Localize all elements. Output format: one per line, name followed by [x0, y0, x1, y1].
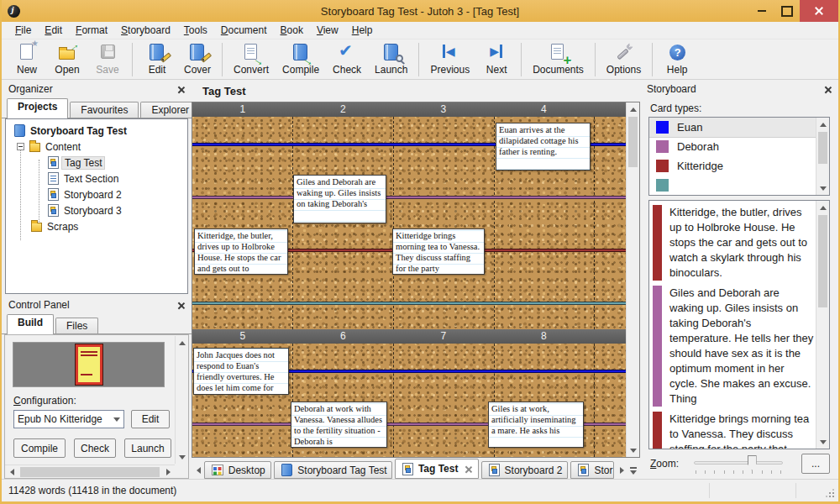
story-card[interactable]: Kitteridge, the butler, drives up to Hol… — [194, 228, 288, 275]
scrollbar-thumb[interactable] — [818, 132, 827, 164]
tree-item-storyboard-2[interactable]: Storyboard 2 — [6, 186, 187, 202]
convert-button[interactable]: Convert — [227, 40, 276, 79]
tab-storyboard-2[interactable]: Storyboard 2 — [481, 461, 569, 479]
zoom-slider[interactable] — [694, 454, 783, 475]
menu-file[interactable]: File — [8, 23, 38, 38]
close-panel-icon[interactable] — [177, 86, 185, 93]
scrollbar-thumb[interactable] — [818, 215, 827, 307]
vertical-scrollbar[interactable] — [175, 336, 188, 464]
story-card[interactable]: Giles and Deborah are waking up. Giles i… — [293, 175, 386, 223]
main-toolbar: New Open Save Edit Cover Convert Compile — [2, 39, 838, 80]
tree-item-root[interactable]: Storyboard Tag Test — [6, 123, 187, 139]
menu-bar: File Edit Format Storyboard Tools Docume… — [2, 22, 838, 39]
save-button[interactable]: Save — [87, 40, 128, 79]
tab-storyboard-3-clipped[interactable]: Stor — [570, 461, 613, 479]
tab-list-dropdown[interactable] — [627, 462, 640, 479]
cover-book-icon — [186, 42, 209, 63]
options-button[interactable]: Options — [600, 40, 648, 79]
vertical-scrollbar[interactable] — [816, 201, 829, 449]
compile-button[interactable]: Compile — [276, 40, 326, 79]
chevron-down-icon — [113, 417, 120, 422]
compile-button[interactable]: Compile — [13, 438, 66, 458]
storyboard-view: 1 2 3 4 5 6 — [192, 102, 640, 458]
card-color-stripe — [653, 286, 662, 407]
tree-item-scraps[interactable]: Scraps — [6, 218, 187, 234]
column-divider — [393, 344, 394, 457]
help-button[interactable]: ? Help — [657, 40, 697, 79]
card-type-euan[interactable]: Euan — [649, 118, 816, 137]
close-tab-icon[interactable] — [465, 465, 470, 473]
card-kitteridge-tea[interactable]: Kitteridge brings morning tea to Vanessa… — [653, 412, 814, 449]
launch-button[interactable]: Launch — [124, 438, 171, 458]
storyboard-panel-header: Storyboard — [640, 80, 838, 98]
tab-desktop[interactable]: Desktop — [204, 461, 272, 479]
slider-thumb[interactable] — [748, 455, 757, 470]
folder-icon — [29, 143, 40, 152]
story-card[interactable]: John Jacques does not respond to Euan's … — [193, 348, 289, 395]
tabs-scroll-left[interactable] — [193, 462, 204, 479]
tree-item-tag-test[interactable]: Tag Test — [6, 155, 187, 171]
tab-storyboard-tag-test[interactable]: Storyboard Tag Test — [274, 461, 392, 479]
card-type-kitteridge[interactable]: Kitteridge — [649, 156, 816, 176]
slider-track[interactable] — [694, 461, 783, 465]
organizer-header: Organizer — [2, 80, 192, 98]
card-giles-deborah[interactable]: Giles and Deborah are waking up. Giles i… — [653, 286, 814, 407]
scrollbar-thumb[interactable] — [20, 467, 160, 477]
configuration-select[interactable]: Epub No Kitteridge — [13, 410, 124, 428]
menu-view[interactable]: View — [310, 23, 345, 38]
previous-button[interactable]: ◀ Previous — [423, 40, 476, 79]
word-count-status: 11428 words (11418 in the document) — [8, 485, 176, 496]
close-button[interactable] — [800, 0, 838, 22]
open-button[interactable]: Open — [47, 40, 87, 79]
close-panel-icon[interactable] — [824, 86, 832, 93]
storyboard-canvas[interactable]: 1 2 3 4 5 6 — [192, 102, 626, 457]
next-button[interactable]: ▶ Next — [476, 40, 517, 79]
story-card[interactable]: Deborah at work with Vanessa. Vanessa al… — [291, 402, 387, 448]
card-kitteridge-butler[interactable]: Kitteridge, the butler, drives up to Hol… — [653, 205, 814, 281]
tab-favourites[interactable]: Favourites — [70, 102, 139, 118]
menu-help[interactable]: Help — [345, 23, 380, 38]
menu-tools[interactable]: Tools — [177, 23, 214, 38]
documents-button[interactable]: Documents — [526, 40, 591, 79]
collapse-expander-icon[interactable] — [17, 143, 24, 150]
menu-document[interactable]: Document — [214, 23, 274, 38]
maximize-button[interactable] — [774, 0, 800, 22]
cover-button[interactable]: Cover — [177, 40, 218, 79]
menu-format[interactable]: Format — [69, 23, 114, 38]
vertical-scrollbar[interactable] — [816, 118, 829, 195]
menu-book[interactable]: Book — [274, 23, 310, 38]
tab-build[interactable]: Build — [7, 314, 54, 334]
slider-ticks — [696, 470, 781, 474]
scrollbar-thumb[interactable] — [628, 117, 638, 167]
resize-grip-icon[interactable] — [825, 488, 835, 498]
card-type-deborah[interactable]: Deborah — [649, 137, 816, 156]
story-card[interactable]: Giles is at work, artificially inseminat… — [488, 402, 584, 448]
tab-projects[interactable]: Projects — [7, 98, 68, 118]
close-panel-icon[interactable] — [177, 302, 185, 309]
tree-item-storyboard-3[interactable]: Storyboard 3 — [6, 202, 187, 218]
tab-files[interactable]: Files — [55, 318, 98, 334]
check-button[interactable]: Check — [326, 40, 368, 79]
menu-edit[interactable]: Edit — [38, 23, 69, 38]
minimize-button[interactable] — [749, 0, 774, 22]
story-card[interactable]: Euan arrives at the dilapidated cottage … — [496, 123, 591, 171]
check-button[interactable]: Check — [74, 438, 116, 458]
menu-storyboard[interactable]: Storyboard — [114, 23, 177, 38]
edit-configuration-button[interactable]: Edit — [131, 410, 170, 428]
edit-button[interactable]: Edit — [137, 40, 177, 79]
toolbar-separator — [222, 43, 223, 76]
column-divider — [594, 344, 595, 457]
zoom-options-button[interactable]: ... — [801, 454, 830, 474]
tree-item-content[interactable]: Content — [6, 139, 187, 155]
card-type-partial[interactable] — [649, 176, 816, 195]
storyboard-vertical-scrollbar[interactable] — [626, 102, 639, 457]
launch-button[interactable]: Launch — [368, 40, 414, 79]
horizontal-scrollbar[interactable] — [5, 465, 175, 478]
story-card[interactable]: Kitteridge brings morning tea to Vanessa… — [392, 228, 485, 275]
tabs-scroll-right[interactable] — [617, 462, 627, 479]
tree-item-text-section[interactable]: Text Section — [6, 171, 187, 186]
tab-tag-test[interactable]: Tag Test — [395, 459, 479, 479]
cover-preview-strip[interactable] — [13, 342, 165, 387]
scroll-down-icon — [630, 449, 637, 453]
new-button[interactable]: New — [7, 40, 47, 79]
